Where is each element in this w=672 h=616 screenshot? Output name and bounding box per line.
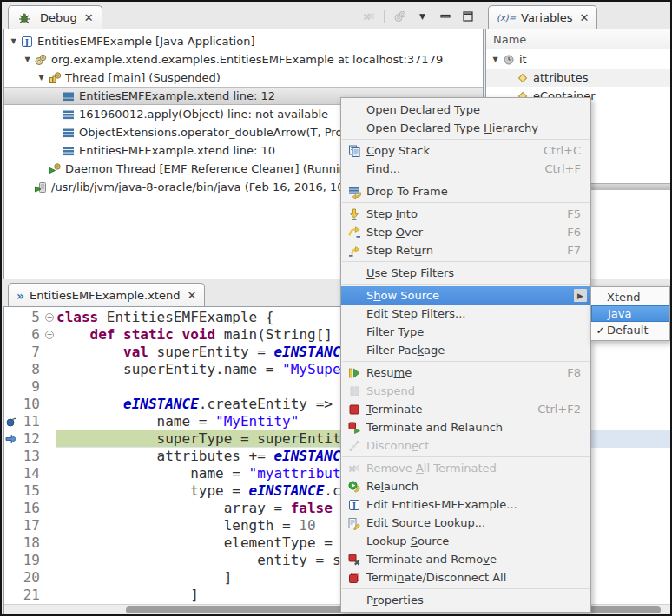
submenu-item-java[interactable]: Java (591, 305, 669, 322)
code-token (56, 326, 90, 343)
annotation-ruler[interactable] (4, 482, 18, 500)
maximize-icon[interactable] (460, 10, 475, 24)
menu-item-properties[interactable]: Properties (341, 591, 590, 609)
menu-item-use-step-filters[interactable]: Use Step Filters (341, 264, 590, 282)
debug-view-toolbar: ▼ (361, 7, 475, 26)
menu-item-find[interactable]: Find...Ctrl+F (341, 160, 590, 178)
fold-collapse-icon[interactable]: − (45, 331, 54, 339)
minimize-icon[interactable] (438, 10, 452, 24)
process-icon (33, 53, 48, 67)
code-token: eINSTANCE (123, 396, 199, 412)
annotation-ruler[interactable] (4, 396, 18, 413)
tab-debug[interactable]: Debug ✕ (8, 5, 102, 29)
close-icon[interactable]: ✕ (187, 289, 196, 302)
line-number: 17 (18, 517, 43, 534)
debug-tabbar: Debug ✕ ▼ (3, 3, 484, 29)
annotation-ruler[interactable] (4, 448, 18, 465)
annotation-ruler[interactable] (4, 361, 18, 378)
menu-item-edit-source-lookup[interactable]: Edit Source Lookup... (341, 514, 590, 532)
java-app-icon: J (19, 35, 34, 49)
code-token: 10 (299, 517, 315, 534)
submenu-item-xtend[interactable]: Xtend (591, 289, 669, 305)
fold-collapse-icon[interactable]: − (43, 326, 56, 344)
annotation-ruler[interactable] (4, 465, 18, 482)
annotation-ruler[interactable] (4, 517, 18, 534)
menu-item-filter-package[interactable]: Filter Package (341, 341, 590, 359)
menu-icon-spacer (346, 289, 362, 303)
annotation-ruler[interactable] (4, 378, 18, 396)
close-icon[interactable]: ✕ (580, 11, 590, 24)
menu-item-open-declared-type-hierarchy[interactable]: Open Declared Type Hierarchy (341, 119, 590, 137)
menu-item-terminate-and-relaunch[interactable]: Terminate and Relaunch (341, 418, 590, 436)
line-number: 10 (18, 396, 43, 413)
submenu-arrow-icon: ▶ (574, 289, 587, 302)
folding-ruler (43, 517, 56, 534)
expand-arrow-icon[interactable]: ▼ (8, 37, 19, 45)
annotation-ruler[interactable] (4, 534, 18, 552)
expand-arrow-icon[interactable]: ▼ (22, 56, 33, 63)
variables-tabbar: (x)= Variables ✕ (485, 3, 672, 29)
menu-item-drop-to-frame[interactable]: Drop To Frame (341, 182, 590, 200)
annotation-ruler[interactable] (4, 500, 18, 517)
menu-item-terminate-and-remove[interactable]: Terminate and Remove (341, 550, 590, 568)
menu-item-show-source[interactable]: Show Source▶ (341, 286, 590, 305)
menu-separator (342, 361, 590, 362)
close-icon[interactable]: ✕ (84, 11, 94, 24)
annotation-ruler[interactable] (4, 552, 18, 569)
xtend-file-icon: » (16, 289, 24, 303)
annotation-ruler[interactable] (4, 309, 18, 326)
tab-variables[interactable]: (x)= Variables ✕ (488, 5, 597, 29)
daemon-thread-icon (47, 162, 62, 176)
arrow-icon[interactable] (4, 430, 18, 448)
code-token: val (123, 344, 148, 360)
variable-row[interactable]: attributes (486, 69, 671, 87)
variables-name-column-header[interactable]: Name (486, 29, 671, 49)
annotation-ruler[interactable] (4, 344, 18, 361)
menu-item-step-return[interactable]: Step ReturnF7 (341, 241, 590, 259)
line-number: 15 (18, 482, 43, 500)
debug-tree-row[interactable]: ▼Thread [main] (Suspended) (4, 69, 483, 87)
menu-item-filter-type[interactable]: Filter Type (341, 323, 590, 341)
menu-item-resume[interactable]: ResumeF8 (341, 364, 590, 382)
menu-item-terminate-disconnect-all[interactable]: Terminate/Disconnect All (341, 568, 590, 587)
tab-editor-xtend-file[interactable]: » EntitiesEMFExample.xtend ✕ (8, 283, 205, 307)
menu-item-open-declared-type[interactable]: Open Declared Type (341, 101, 590, 119)
menu-item-copy-stack[interactable]: Copy StackCtrl+C (341, 141, 590, 160)
java-app-icon: J (346, 498, 362, 512)
menu-item-label: Suspend (366, 384, 415, 397)
annotation-ruler[interactable] (4, 587, 18, 604)
menu-item-relaunch[interactable]: Relaunch (341, 477, 590, 495)
tab-variables-label: Variables (521, 11, 572, 24)
code-token: type = (56, 482, 249, 499)
menu-item-edit-entitiesemfexample[interactable]: JEdit EntitiesEMFExample... (341, 495, 590, 514)
fold-collapse-icon[interactable]: − (45, 313, 54, 322)
annotation-ruler[interactable] (4, 326, 18, 344)
tab-debug-label: Debug (40, 11, 77, 24)
tree-item-label: Thread [main] (Suspended) (65, 71, 221, 84)
menu-item-lookup-source[interactable]: Lookup Source (341, 532, 590, 550)
code-token (56, 396, 123, 412)
line-number: 19 (18, 552, 43, 569)
debug-tree-row[interactable]: ▼org.example.xtend.examples.EntitiesEMFE… (4, 50, 483, 69)
debug-tree-row[interactable]: ▼JEntitiesEMFExample [Java Application] (4, 32, 483, 50)
terminate-remove-icon (346, 553, 362, 567)
submenu-item-default[interactable]: ✓Default (591, 322, 669, 338)
menu-item-terminate[interactable]: TerminateCtrl+F2 (341, 400, 590, 418)
annotation-ruler[interactable] (4, 569, 18, 587)
menu-item-edit-step-filters[interactable]: Edit Step Filters... (341, 305, 590, 323)
debug-bug-icon (16, 11, 31, 25)
menu-item-step-over[interactable]: Step OverF6 (341, 223, 590, 241)
menu-item-step-into[interactable]: Step IntoF5 (341, 205, 590, 223)
breakpoint-icon[interactable] (4, 413, 18, 430)
code-token: name = (56, 413, 215, 429)
debug-current-instruction-highlight: superType = superEntity (56, 430, 349, 447)
expand-arrow-icon[interactable]: ▼ (36, 74, 47, 82)
expand-arrow-icon[interactable]: ▼ (490, 56, 501, 63)
submenu-item-label: Java (608, 307, 631, 320)
menu-item-suspend: Suspend (341, 382, 590, 400)
fold-collapse-icon[interactable]: − (43, 309, 56, 326)
view-menu-icon[interactable]: ▼ (415, 10, 430, 24)
drop-frame-icon (346, 185, 362, 199)
variable-row[interactable]: ▼it (486, 50, 671, 69)
svg-text:J: J (351, 501, 355, 509)
